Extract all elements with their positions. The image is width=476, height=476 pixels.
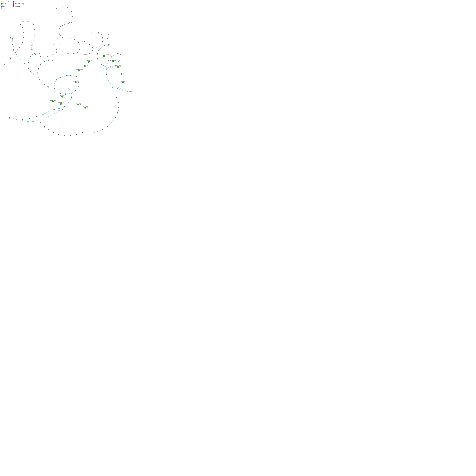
svg-point-178 [53,132,54,133]
svg-point-148 [19,59,20,60]
svg-text:21: 21 [64,96,65,97]
svg-point-35 [69,22,70,23]
svg-text:***: *** [108,62,110,63]
svg-point-130 [78,82,79,83]
svg-text:***: *** [36,118,37,119]
svg-text:9: 9 [120,56,120,56]
svg-text:***: *** [76,78,77,78]
svg-text:13: 13 [77,82,78,82]
svg-point-166 [107,126,108,127]
green-destination-nodes: 10.21.248.201 6 6 6 80.210.166.66 5 5 5 … [50,54,125,108]
svg-text:4: 4 [106,73,107,73]
svg-point-135 [38,68,39,69]
svg-marker-5 [54,53,56,53]
svg-text:10.202.6.90: 10.202.6.90 [87,60,92,61]
hop-numbers-right: 1 2 3 4 5 6 7 8 9 10 11 12 13 14 [103,54,120,88]
svg-point-103 [106,68,107,69]
svg-text:8: 8 [116,54,116,55]
svg-point-184 [33,121,34,122]
svg-text:***: *** [82,134,83,134]
svg-text:***: *** [12,39,13,40]
svg-text:***: *** [20,123,21,123]
svg-point-32 [70,11,72,12]
pink-hop-labels: *** *** *** *** *** *** *** *** *** *** … [5,5,72,66]
svg-text:***: *** [28,58,29,59]
svg-text:***: *** [22,43,23,44]
cyan-arrows [15,50,121,132]
svg-point-43 [58,32,59,33]
svg-text:***: *** [118,90,119,90]
svg-point-113 [97,58,98,59]
svg-point-123 [53,85,55,86]
svg-text:21: 21 [64,97,65,98]
svg-text:***: *** [70,136,71,137]
svg-text:***: *** [37,74,39,75]
svg-point-150 [13,49,14,50]
svg-text:***: *** [32,122,33,123]
svg-point-62 [102,37,103,38]
svg-point-101 [108,80,109,81]
svg-point-144 [30,56,31,57]
svg-text:***: *** [54,110,55,111]
svg-point-30 [62,6,63,7]
svg-point-59 [85,54,85,55]
svg-point-170 [119,107,119,108]
svg-text:***: *** [68,103,69,104]
svg-point-173 [82,132,83,133]
svg-point-167 [111,122,112,123]
svg-text:***: *** [16,55,17,56]
svg-text:***: *** [58,136,59,136]
svg-point-12 [22,42,23,43]
svg-point-180 [44,126,45,127]
svg-point-157 [29,118,30,119]
svg-point-15 [22,27,23,28]
svg-text:21: 21 [54,101,55,101]
svg-text:5: 5 [116,63,116,64]
svg-marker-1 [17,49,19,50]
svg-text:***: *** [22,120,23,121]
svg-point-106 [117,53,118,54]
svg-text:***: *** [23,38,24,39]
svg-point-142 [28,68,29,69]
svg-point-140 [33,73,34,74]
svg-text:***: *** [48,131,49,132]
svg-point-33 [72,16,73,17]
svg-point-155 [16,119,17,119]
svg-point-49 [78,42,79,43]
svg-point-137 [44,61,45,62]
svg-text:2: 2 [125,83,125,84]
svg-point-127 [71,93,72,94]
svg-text:21: 21 [87,107,88,108]
svg-point-61 [102,41,103,42]
svg-marker-7 [76,42,78,43]
svg-text:***: *** [34,55,35,55]
svg-point-128 [75,90,76,91]
svg-point-168 [115,117,116,118]
svg-point-21 [32,45,33,46]
svg-point-19 [34,29,35,30]
svg-point-20 [34,37,34,38]
svg-point-26 [52,54,53,55]
svg-point-107 [120,54,121,55]
svg-point-45 [60,35,61,36]
svg-text:***: *** [71,76,72,77]
svg-text:***: *** [71,98,72,99]
svg-point-41 [59,28,60,29]
svg-point-177 [58,134,59,135]
svg-text:***: *** [53,134,54,134]
svg-text:***: *** [19,49,20,49]
svg-point-48 [74,39,75,40]
svg-text:***: *** [97,133,98,133]
svg-text:***: *** [62,5,63,6]
svg-point-149 [16,53,17,55]
svg-text:3: 3 [123,74,124,75]
svg-point-187 [71,97,72,98]
svg-text:***: *** [106,68,107,68]
svg-point-185 [64,106,65,107]
svg-point-126 [65,94,66,95]
svg-point-111 [105,66,106,68]
svg-point-53 [68,53,68,54]
svg-text:3: 3 [107,78,108,79]
svg-text:10: 10 [119,63,120,64]
svg-text:***: *** [106,76,107,76]
